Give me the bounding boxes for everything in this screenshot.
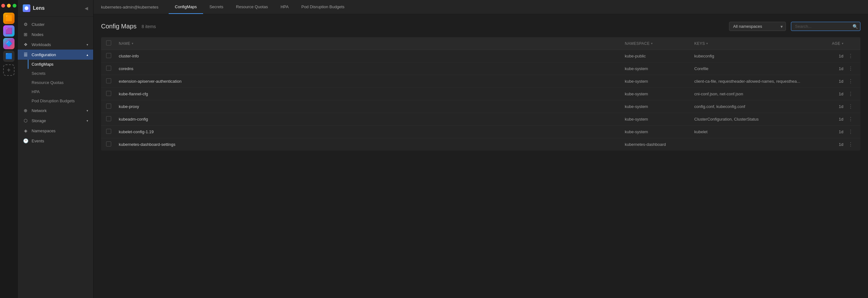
sidebar-item-configuration[interactable]: ☰ Configuration ▴: [18, 49, 93, 60]
cluster-icon-2[interactable]: 🟪: [3, 25, 14, 37]
sidebar-sub-item-pod-disruption-budgets[interactable]: Pod Disruption Budgets: [18, 96, 93, 105]
row-name[interactable]: kube-proxy: [119, 104, 625, 109]
age-sort-icon: ▾: [842, 42, 844, 45]
row-age: 1d: [820, 129, 846, 134]
sidebar: Lens ◀ ⚙ Cluster ⊞ Nodes ❖ Workloads ▾ ☰…: [18, 0, 93, 298]
header-checkbox: [106, 40, 119, 46]
tab-secrets[interactable]: Secrets: [203, 0, 229, 14]
sidebar-item-events[interactable]: 🕐 Events: [18, 136, 93, 146]
row-namespace: kube-system: [625, 117, 694, 122]
row-age: 1d: [820, 79, 846, 84]
cluster-icon-3[interactable]: 🔷: [3, 38, 14, 49]
minimize-button[interactable]: [7, 4, 11, 7]
maximize-button[interactable]: [12, 4, 17, 7]
icon-rail: 🟧 🟪 🔷 🟦 +: [0, 0, 18, 298]
sidebar-item-storage[interactable]: ⬡ Storage ▾: [18, 115, 93, 126]
row-name[interactable]: kube-flannel-cfg: [119, 92, 625, 96]
nodes-nav-icon: ⊞: [23, 32, 28, 37]
row-actions-button[interactable]: ⋮: [846, 116, 856, 122]
table-body: cluster-info kube-public kubeconfig 1d ⋮…: [101, 50, 861, 151]
sidebar-sub-item-configmaps[interactable]: ConfigMaps: [18, 60, 93, 69]
content-area: Config Maps 8 items All namespaces kube-…: [93, 14, 868, 298]
configuration-nav-icon: ☰: [23, 52, 28, 57]
row-checkbox[interactable]: [106, 141, 111, 146]
select-all-checkbox[interactable]: [106, 40, 111, 45]
search-input[interactable]: [791, 22, 861, 31]
col-header-name[interactable]: Name ▾: [119, 40, 625, 46]
close-button[interactable]: [1, 4, 5, 7]
row-actions-button[interactable]: ⋮: [846, 104, 856, 109]
storage-nav-icon: ⬡: [23, 118, 28, 123]
search-icon[interactable]: 🔍: [852, 24, 858, 29]
row-checkbox[interactable]: [106, 53, 111, 58]
table-row: kubelet-config-1.19 kube-system kubelet …: [101, 126, 861, 138]
table-row: cluster-info kube-public kubeconfig 1d ⋮: [101, 50, 861, 63]
row-namespace: kube-system: [625, 66, 694, 71]
row-actions-button[interactable]: ⋮: [846, 141, 856, 147]
row-age: 1d: [820, 104, 846, 109]
row-actions-button[interactable]: ⋮: [846, 66, 856, 72]
row-name[interactable]: coredns: [119, 66, 625, 71]
row-keys: kubelet: [694, 129, 820, 134]
table-row: kube-proxy kube-system config.conf, kube…: [101, 100, 861, 113]
tab-resource-quotas[interactable]: Resource Quotas: [229, 0, 274, 14]
row-checkbox[interactable]: [106, 129, 111, 134]
keys-sort-icon: ▾: [706, 42, 708, 45]
add-cluster-button[interactable]: +: [3, 64, 14, 76]
sidebar-item-cluster[interactable]: ⚙ Cluster: [18, 19, 93, 29]
row-name[interactable]: extension-apiserver-authentication: [119, 79, 625, 84]
row-actions-button[interactable]: ⋮: [846, 78, 856, 84]
row-checkbox[interactable]: [106, 116, 111, 121]
page-title: Config Maps: [101, 23, 136, 30]
sidebar-item-label-cluster: Cluster: [32, 22, 44, 27]
sidebar-item-nodes[interactable]: ⊞ Nodes: [18, 29, 93, 39]
sidebar-sub-label-secrets: Secrets: [32, 71, 45, 76]
row-name[interactable]: kubernetes-dashboard-settings: [119, 142, 625, 147]
row-actions-button[interactable]: ⋮: [846, 53, 856, 59]
sidebar-sub-item-hpa[interactable]: HPA: [18, 87, 93, 96]
row-checkbox[interactable]: [106, 104, 111, 108]
tab-hpa[interactable]: HPA: [274, 0, 295, 14]
row-name[interactable]: kubeadm-config: [119, 117, 625, 122]
tabs: ConfigMaps Secrets Resource Quotas HPA P…: [169, 0, 351, 14]
row-name[interactable]: kubelet-config-1.19: [119, 129, 625, 134]
sidebar-item-label-nodes: Nodes: [32, 32, 43, 37]
col-header-keys[interactable]: Keys ▾: [694, 40, 820, 46]
row-keys: kubeconfig: [694, 54, 820, 58]
row-age: 1d: [820, 142, 846, 147]
row-actions-button[interactable]: ⋮: [846, 91, 856, 97]
table-row: kubernetes-dashboard-settings kubernetes…: [101, 138, 861, 151]
sidebar-title: Lens: [33, 5, 44, 11]
cluster-icon-4[interactable]: 🟦: [3, 51, 14, 62]
table-header: Name ▾ Namespace ▾ Keys ▾ Age ▾: [101, 37, 861, 50]
network-nav-icon: ⊕: [23, 108, 28, 113]
tab-pod-disruption-budgets[interactable]: Pod Disruption Budgets: [295, 0, 351, 14]
tab-configmaps[interactable]: ConfigMaps: [169, 0, 203, 14]
sidebar-sub-item-secrets[interactable]: Secrets: [18, 69, 93, 78]
row-checkbox[interactable]: [106, 91, 111, 96]
row-age: 1d: [820, 66, 846, 71]
namespace-wrapper: All namespaces kube-system kube-public k…: [729, 22, 786, 31]
table-row: coredns kube-system Corefile 1d ⋮: [101, 63, 861, 75]
row-actions-button[interactable]: ⋮: [846, 129, 856, 135]
top-bar: kubernetes-admin@kubernetes ConfigMaps S…: [93, 0, 868, 14]
row-checkbox[interactable]: [106, 78, 111, 84]
row-checkbox[interactable]: [106, 66, 111, 71]
content-header: Config Maps 8 items All namespaces kube-…: [101, 22, 861, 31]
sidebar-collapse-button[interactable]: ◀: [85, 6, 88, 11]
row-name[interactable]: cluster-info: [119, 54, 625, 58]
sidebar-item-namespaces[interactable]: ◈ Namespaces: [18, 126, 93, 136]
col-header-namespace[interactable]: Namespace ▾: [625, 40, 694, 46]
sidebar-item-label-events: Events: [32, 139, 44, 143]
sidebar-item-workloads[interactable]: ❖ Workloads ▾: [18, 39, 93, 49]
row-namespace: kube-system: [625, 104, 694, 109]
sidebar-item-label-network: Network: [32, 108, 47, 113]
item-count: 8 items: [142, 24, 156, 29]
sidebar-sub-item-resource-quotas[interactable]: Resource Quotas: [18, 78, 93, 87]
namespace-select[interactable]: All namespaces kube-system kube-public k…: [729, 22, 786, 31]
events-nav-icon: 🕐: [23, 138, 28, 143]
row-namespace: kube-system: [625, 79, 694, 84]
sidebar-item-network[interactable]: ⊕ Network ▾: [18, 105, 93, 115]
col-header-age[interactable]: Age ▾: [820, 40, 846, 46]
cluster-icon-1[interactable]: 🟧: [3, 13, 14, 24]
